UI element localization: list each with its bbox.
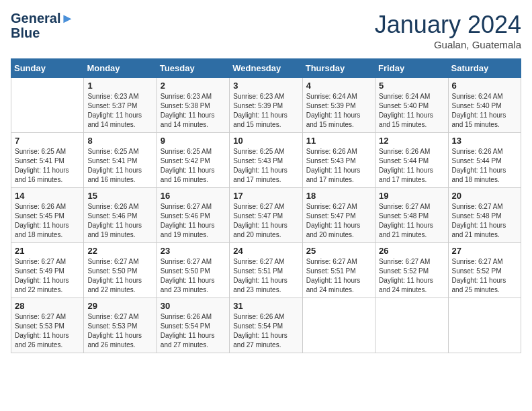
day-number: 19: [379, 191, 444, 201]
day-info: Sunrise: 6:27 AMSunset: 5:51 PMDaylight:…: [233, 257, 298, 295]
day-number: 12: [379, 136, 444, 146]
calendar-cell: 3Sunrise: 6:23 AMSunset: 5:39 PMDaylight…: [230, 78, 302, 133]
day-number: 13: [452, 136, 517, 146]
calendar-cell: 21Sunrise: 6:27 AMSunset: 5:49 PMDayligh…: [11, 243, 84, 298]
day-number: 3: [233, 81, 298, 91]
col-header-sunday: Sunday: [11, 59, 84, 78]
day-info: Sunrise: 6:27 AMSunset: 5:46 PMDaylight:…: [161, 202, 226, 240]
calendar-cell: 6Sunrise: 6:24 AMSunset: 5:40 PMDaylight…: [448, 78, 521, 133]
page-header: General►Blue January 2024 Gualan, Guatem…: [11, 11, 521, 50]
day-info: Sunrise: 6:25 AMSunset: 5:41 PMDaylight:…: [15, 147, 80, 185]
calendar-cell: 27Sunrise: 6:27 AMSunset: 5:52 PMDayligh…: [448, 243, 521, 298]
calendar-cell: 19Sunrise: 6:27 AMSunset: 5:48 PMDayligh…: [375, 188, 448, 243]
col-header-friday: Friday: [375, 59, 448, 78]
calendar-cell: 30Sunrise: 6:26 AMSunset: 5:54 PMDayligh…: [157, 298, 229, 353]
day-number: 25: [306, 246, 371, 256]
calendar-cell: [375, 298, 448, 353]
day-info: Sunrise: 6:27 AMSunset: 5:48 PMDaylight:…: [379, 202, 444, 240]
week-row-3: 14Sunrise: 6:26 AMSunset: 5:45 PMDayligh…: [11, 188, 521, 243]
day-number: 17: [233, 191, 298, 201]
day-number: 29: [87, 301, 152, 311]
day-info: Sunrise: 6:23 AMSunset: 5:37 PMDaylight:…: [87, 92, 152, 130]
calendar-cell: 16Sunrise: 6:27 AMSunset: 5:46 PMDayligh…: [157, 188, 229, 243]
calendar-cell: 14Sunrise: 6:26 AMSunset: 5:45 PMDayligh…: [11, 188, 84, 243]
day-number: 21: [15, 246, 80, 256]
calendar-cell: 7Sunrise: 6:25 AMSunset: 5:41 PMDaylight…: [11, 133, 84, 188]
day-info: Sunrise: 6:26 AMSunset: 5:45 PMDaylight:…: [15, 202, 80, 240]
calendar-cell: 1Sunrise: 6:23 AMSunset: 5:37 PMDaylight…: [84, 78, 157, 133]
calendar-cell: [302, 298, 375, 353]
day-info: Sunrise: 6:27 AMSunset: 5:50 PMDaylight:…: [161, 257, 226, 295]
calendar-cell: 31Sunrise: 6:26 AMSunset: 5:54 PMDayligh…: [230, 298, 302, 353]
day-info: Sunrise: 6:27 AMSunset: 5:49 PMDaylight:…: [15, 257, 80, 295]
day-number: 2: [161, 81, 226, 91]
calendar-cell: 23Sunrise: 6:27 AMSunset: 5:50 PMDayligh…: [157, 243, 229, 298]
calendar-cell: 13Sunrise: 6:26 AMSunset: 5:44 PMDayligh…: [448, 133, 521, 188]
day-info: Sunrise: 6:27 AMSunset: 5:52 PMDaylight:…: [379, 257, 444, 295]
day-info: Sunrise: 6:25 AMSunset: 5:43 PMDaylight:…: [233, 147, 298, 185]
day-number: 31: [233, 301, 298, 311]
day-info: Sunrise: 6:27 AMSunset: 5:52 PMDaylight:…: [452, 257, 517, 295]
day-info: Sunrise: 6:26 AMSunset: 5:44 PMDaylight:…: [452, 147, 517, 185]
month-title: January 2024: [375, 11, 521, 39]
day-number: 18: [306, 191, 371, 201]
location-subtitle: Gualan, Guatemala: [375, 39, 521, 50]
calendar-cell: 20Sunrise: 6:27 AMSunset: 5:48 PMDayligh…: [448, 188, 521, 243]
calendar-cell: [448, 298, 521, 353]
calendar-cell: 8Sunrise: 6:25 AMSunset: 5:41 PMDaylight…: [84, 133, 157, 188]
day-number: 7: [15, 136, 80, 146]
day-number: 23: [161, 246, 226, 256]
day-number: 28: [15, 301, 80, 311]
calendar-cell: [11, 78, 84, 133]
day-info: Sunrise: 6:25 AMSunset: 5:41 PMDaylight:…: [87, 147, 152, 185]
calendar-cell: 24Sunrise: 6:27 AMSunset: 5:51 PMDayligh…: [230, 243, 302, 298]
day-info: Sunrise: 6:27 AMSunset: 5:51 PMDaylight:…: [306, 257, 371, 295]
day-number: 1: [87, 81, 152, 91]
calendar-cell: 17Sunrise: 6:27 AMSunset: 5:47 PMDayligh…: [230, 188, 302, 243]
day-info: Sunrise: 6:27 AMSunset: 5:48 PMDaylight:…: [452, 202, 517, 240]
calendar-cell: 26Sunrise: 6:27 AMSunset: 5:52 PMDayligh…: [375, 243, 448, 298]
calendar-cell: 25Sunrise: 6:27 AMSunset: 5:51 PMDayligh…: [302, 243, 375, 298]
day-info: Sunrise: 6:27 AMSunset: 5:53 PMDaylight:…: [15, 312, 80, 350]
calendar-cell: 2Sunrise: 6:23 AMSunset: 5:38 PMDaylight…: [157, 78, 229, 133]
day-info: Sunrise: 6:27 AMSunset: 5:47 PMDaylight:…: [306, 202, 371, 240]
day-number: 22: [87, 246, 152, 256]
col-header-wednesday: Wednesday: [230, 59, 302, 78]
calendar-cell: 5Sunrise: 6:24 AMSunset: 5:40 PMDaylight…: [375, 78, 448, 133]
col-header-tuesday: Tuesday: [157, 59, 229, 78]
day-info: Sunrise: 6:26 AMSunset: 5:54 PMDaylight:…: [161, 312, 226, 350]
day-number: 27: [452, 246, 517, 256]
day-number: 15: [87, 191, 152, 201]
day-number: 9: [161, 136, 226, 146]
day-info: Sunrise: 6:24 AMSunset: 5:40 PMDaylight:…: [452, 92, 517, 130]
day-info: Sunrise: 6:27 AMSunset: 5:47 PMDaylight:…: [233, 202, 298, 240]
day-number: 20: [452, 191, 517, 201]
week-row-1: 1Sunrise: 6:23 AMSunset: 5:37 PMDaylight…: [11, 78, 521, 133]
day-info: Sunrise: 6:26 AMSunset: 5:46 PMDaylight:…: [87, 202, 152, 240]
calendar-cell: 22Sunrise: 6:27 AMSunset: 5:50 PMDayligh…: [84, 243, 157, 298]
calendar-cell: 4Sunrise: 6:24 AMSunset: 5:39 PMDaylight…: [302, 78, 375, 133]
col-header-monday: Monday: [84, 59, 157, 78]
calendar-cell: 10Sunrise: 6:25 AMSunset: 5:43 PMDayligh…: [230, 133, 302, 188]
week-row-4: 21Sunrise: 6:27 AMSunset: 5:49 PMDayligh…: [11, 243, 521, 298]
day-info: Sunrise: 6:27 AMSunset: 5:50 PMDaylight:…: [87, 257, 152, 295]
logo-text: General►Blue: [11, 11, 74, 40]
day-number: 24: [233, 246, 298, 256]
calendar-cell: 11Sunrise: 6:26 AMSunset: 5:43 PMDayligh…: [302, 133, 375, 188]
day-info: Sunrise: 6:26 AMSunset: 5:44 PMDaylight:…: [379, 147, 444, 185]
calendar-cell: 28Sunrise: 6:27 AMSunset: 5:53 PMDayligh…: [11, 298, 84, 353]
calendar-cell: 15Sunrise: 6:26 AMSunset: 5:46 PMDayligh…: [84, 188, 157, 243]
day-number: 10: [233, 136, 298, 146]
day-number: 5: [379, 81, 444, 91]
col-header-saturday: Saturday: [448, 59, 521, 78]
day-number: 26: [379, 246, 444, 256]
calendar-cell: 12Sunrise: 6:26 AMSunset: 5:44 PMDayligh…: [375, 133, 448, 188]
week-row-2: 7Sunrise: 6:25 AMSunset: 5:41 PMDaylight…: [11, 133, 521, 188]
logo: General►Blue: [11, 11, 74, 40]
calendar-cell: 29Sunrise: 6:27 AMSunset: 5:53 PMDayligh…: [84, 298, 157, 353]
day-number: 30: [161, 301, 226, 311]
week-row-5: 28Sunrise: 6:27 AMSunset: 5:53 PMDayligh…: [11, 298, 521, 353]
day-info: Sunrise: 6:24 AMSunset: 5:40 PMDaylight:…: [379, 92, 444, 130]
day-number: 4: [306, 81, 371, 91]
day-info: Sunrise: 6:26 AMSunset: 5:43 PMDaylight:…: [306, 147, 371, 185]
